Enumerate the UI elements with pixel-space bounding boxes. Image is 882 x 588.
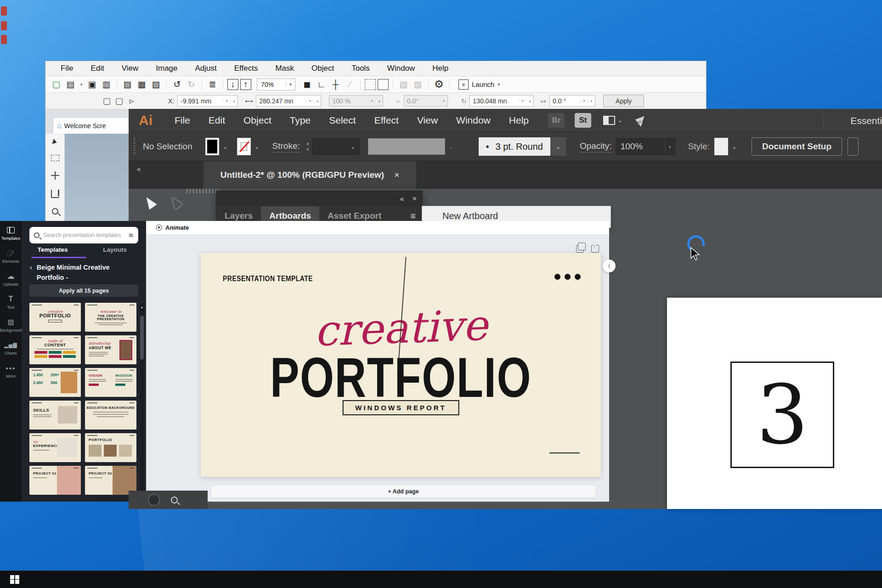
controlbar-grip[interactable] (133, 138, 136, 155)
ai-menu-effect[interactable]: Effect (365, 115, 408, 126)
panel-collapse-icon[interactable]: « (400, 195, 404, 203)
ai-menu-edit[interactable]: Edit (199, 115, 234, 126)
template-thumb-project01[interactable]: PROJECT 01 (29, 466, 81, 495)
width-spinner[interactable]: ▾ (306, 99, 313, 103)
page-icon[interactable]: ▢ (101, 95, 113, 107)
style-swatch[interactable] (714, 138, 728, 155)
ai-menu-view[interactable]: View (408, 115, 447, 126)
status-circle-icon[interactable] (148, 494, 160, 506)
pointer-icon[interactable]: ▹ (125, 95, 138, 107)
collapse-panels-icon[interactable]: « (137, 165, 141, 173)
tab-layouts[interactable]: Layouts (84, 246, 147, 259)
artboard-square[interactable]: 3 (730, 362, 834, 468)
arrange-documents-icon[interactable] (603, 116, 615, 125)
filter-sliders-icon[interactable]: ≋ (128, 232, 134, 239)
filter-icon[interactable]: ▨ (397, 78, 410, 90)
zoom-status-icon[interactable] (171, 497, 178, 503)
radius-spinner-up[interactable]: ▴ (526, 99, 533, 103)
desktop-icon-fragment[interactable] (1, 6, 7, 16)
opacity-field[interactable]: 100% › (616, 138, 675, 155)
select-tool-icon[interactable] (52, 139, 57, 145)
scale-field[interactable]: 100 % ▾▴ (329, 95, 383, 107)
ai-menu-select[interactable]: Select (320, 115, 365, 126)
apply-button[interactable]: Apply (603, 95, 644, 107)
sidebar-item-background[interactable]: ▨ Background (0, 317, 22, 333)
paste-icon[interactable]: ▧ (121, 78, 134, 90)
desktop-icon-fragment[interactable] (1, 21, 7, 30)
scale-spinner-up[interactable]: ▴ (375, 99, 383, 103)
menu-object[interactable]: Object (303, 64, 343, 73)
mask-icon[interactable]: ▧ (412, 78, 424, 90)
save-icon[interactable]: ▣ (86, 78, 98, 90)
stroke-weight-field[interactable]: ⌄ (312, 138, 360, 155)
zoom-combo[interactable]: 70% ▾ (257, 79, 295, 90)
ai-menu-window[interactable]: Window (447, 115, 500, 126)
new-document-icon[interactable]: ▢ (50, 78, 62, 90)
desktop-icon-fragment[interactable] (1, 35, 7, 44)
copy-icon[interactable]: ▦ (136, 78, 148, 90)
snapshot-icon[interactable]: ▨ (150, 78, 162, 90)
menu-mask[interactable]: Mask (266, 64, 303, 73)
menu-view[interactable]: View (113, 64, 147, 73)
brush-dropdown-icon[interactable]: ⌄ (550, 137, 566, 156)
radius-field[interactable]: 130.048 mn ▾▴ (469, 95, 534, 107)
template-thumb-about[interactable]: introducing ABOUT ME (85, 335, 136, 364)
ai-menu-file[interactable]: File (165, 115, 199, 126)
marquee-tool-icon[interactable] (51, 155, 59, 161)
fill-swatch[interactable] (205, 138, 219, 155)
sidebar-item-more[interactable]: ••• More (0, 363, 22, 379)
page-alt-icon[interactable]: ▢ (113, 95, 125, 107)
move-tool-icon[interactable] (51, 171, 59, 180)
search-box[interactable]: Search presentation templates ≋ (29, 227, 138, 243)
fill-dropdown-icon[interactable]: ⌄ (219, 143, 232, 150)
welcome-screen-tab[interactable]: ⌂ Welcome Scre (53, 117, 130, 134)
stroke-label[interactable]: Stroke: (272, 141, 300, 153)
stroke-swatch[interactable] (237, 138, 251, 155)
preferences-button-cut[interactable] (848, 137, 859, 156)
settings-gear-icon[interactable]: ⚙ (433, 78, 445, 90)
radius-spinner[interactable]: ▾ (519, 99, 526, 103)
style-dropdown-icon[interactable]: ⌄ (728, 143, 741, 150)
sidebar-item-text[interactable]: T Text (0, 294, 22, 310)
variable-width-profile[interactable] (368, 138, 445, 155)
stroke-weight-stepper[interactable]: ˄˅ (306, 142, 309, 152)
width-spinner-up[interactable]: ▴ (313, 99, 321, 103)
width-field[interactable]: 280.247 mn ▾▴ (256, 95, 321, 107)
add-page-button[interactable]: + Add page (211, 486, 595, 498)
menu-help[interactable]: Help (424, 64, 457, 73)
sidebar-item-uploads[interactable]: ☁ Uploads (0, 271, 22, 287)
collapse-editor-button[interactable]: ⟨ (603, 260, 616, 272)
menu-edit[interactable]: Edit (82, 64, 113, 73)
menu-effects[interactable]: Effects (226, 64, 267, 73)
artboard[interactable]: 3 (667, 298, 882, 509)
menu-tools[interactable]: Tools (343, 64, 379, 73)
undo-icon[interactable]: ↺ (171, 78, 183, 90)
document-close-icon[interactable]: × (394, 170, 399, 180)
template-thumb-welcome[interactable]: welcome to THE CREATIVE PRESENTATION (85, 303, 136, 332)
batch-icon[interactable]: ≣ (206, 78, 219, 90)
scroll-up-icon[interactable]: ▲ (140, 305, 144, 309)
ruler-icon[interactable]: ∟ (315, 78, 328, 90)
opacity-more-icon[interactable]: › (665, 139, 674, 154)
selection-tool-icon[interactable] (142, 195, 157, 210)
export-icon[interactable]: ↑ (240, 79, 251, 90)
tools-panel-grip[interactable] (187, 189, 220, 193)
stroke-weight-dropdown-icon[interactable]: ⌄ (347, 143, 359, 150)
panel-close-icon[interactable]: × (413, 195, 417, 203)
ai-menu-help[interactable]: Help (500, 115, 538, 126)
stroke-dropdown-icon[interactable]: ⌄ (251, 143, 263, 150)
template-thumb-portfolio-list[interactable]: PORTFOLIO (85, 433, 136, 462)
angle-spinner[interactable]: ▾ (440, 99, 447, 103)
artboard-solid-icon[interactable] (378, 79, 389, 90)
template-thumb-skills[interactable]: SKILLS (29, 401, 81, 430)
x-spinner-up[interactable]: ▴ (230, 99, 237, 103)
bridge-button[interactable]: Br (548, 113, 565, 128)
sidebar-item-elements[interactable]: ♡△□○ Elements (0, 249, 22, 264)
print-icon[interactable]: ▥ (100, 78, 113, 90)
skew-spinner[interactable]: ▾ (580, 99, 588, 103)
arrange-dropdown-icon[interactable]: ⌄ (618, 117, 622, 124)
menu-file[interactable]: File (52, 64, 82, 73)
import-icon[interactable]: ↓ (227, 79, 238, 90)
menu-window[interactable]: Window (379, 64, 424, 73)
x-spinner[interactable]: ▾ (223, 99, 230, 103)
